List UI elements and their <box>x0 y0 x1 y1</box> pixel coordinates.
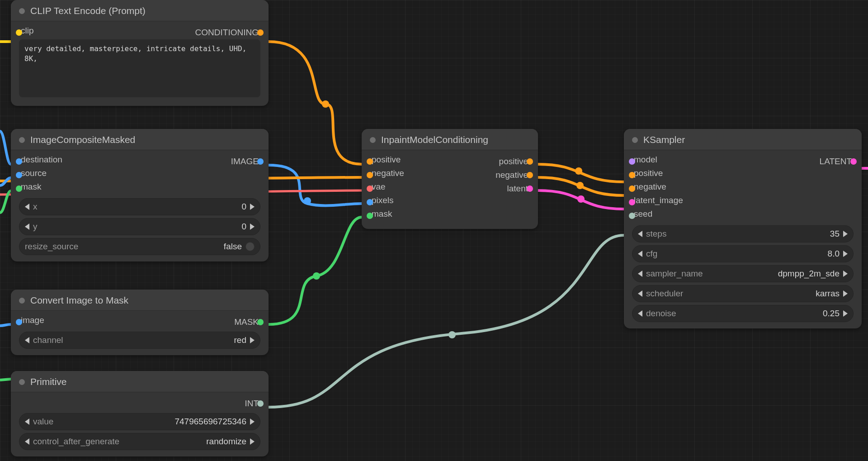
node-title: Primitive <box>30 376 67 387</box>
widget-steps[interactable]: steps 35 <box>632 225 854 242</box>
slot-label: positive <box>634 168 663 178</box>
port-out-int[interactable] <box>257 400 264 407</box>
port-in-latent-image[interactable] <box>629 199 635 205</box>
port-out-latent[interactable] <box>527 185 533 192</box>
slot-label-conditioning: CONDITIONING <box>195 28 259 38</box>
slot-label: negative <box>495 170 528 180</box>
increment-icon[interactable] <box>250 223 255 230</box>
slot-label: positive <box>499 157 528 166</box>
node-titlebar[interactable]: KSampler <box>624 129 862 150</box>
node-title: KSampler <box>643 134 685 145</box>
port-in-positive[interactable] <box>629 172 635 178</box>
widget-channel[interactable]: channel red <box>19 332 260 349</box>
node-primitive[interactable]: Primitive INT value 747965696725346 cont… <box>11 371 269 456</box>
slot-label: mask <box>372 209 392 219</box>
slot-label: seed <box>634 209 652 219</box>
increment-icon[interactable] <box>843 231 848 237</box>
port-out-conditioning[interactable] <box>257 29 264 36</box>
slot-label: latent <box>507 184 528 194</box>
port-in-source[interactable] <box>16 172 22 178</box>
slot-label: pixels <box>372 195 394 205</box>
increment-icon[interactable] <box>250 204 255 210</box>
widget-scheduler[interactable]: scheduler karras <box>632 285 854 302</box>
collapse-dot-icon[interactable] <box>19 379 25 385</box>
decrement-icon[interactable] <box>25 438 29 445</box>
node-titlebar[interactable]: ImageCompositeMasked <box>11 129 269 150</box>
slot-label: mask <box>21 182 41 191</box>
node-convert-image-to-mask[interactable]: Convert Image to Mask image MASK channel… <box>11 290 269 355</box>
collapse-dot-icon[interactable] <box>19 137 25 143</box>
increment-icon[interactable] <box>250 418 255 425</box>
slot-label: image <box>21 315 44 325</box>
decrement-icon[interactable] <box>638 231 642 237</box>
decrement-icon[interactable] <box>25 418 29 425</box>
slot-label-image: IMAGE <box>231 157 259 166</box>
widget-resize-source[interactable]: resize_source false <box>19 238 260 255</box>
decrement-icon[interactable] <box>638 271 642 277</box>
node-ksampler[interactable]: KSampler model LATENT positive negative … <box>624 129 862 328</box>
node-titlebar[interactable]: Primitive <box>11 371 269 392</box>
increment-icon[interactable] <box>843 310 848 317</box>
node-title: CLIP Text Encode (Prompt) <box>30 5 146 16</box>
node-clip-text-encode[interactable]: CLIP Text Encode (Prompt) clip CONDITION… <box>11 0 269 106</box>
port-in-model[interactable] <box>629 158 635 165</box>
increment-icon[interactable] <box>843 251 848 257</box>
slot-label: negative <box>372 168 404 178</box>
widget-x[interactable]: x 0 <box>19 198 260 215</box>
port-in-negative[interactable] <box>629 185 635 192</box>
port-in-image[interactable] <box>16 319 22 325</box>
slot-label: latent_image <box>634 195 683 205</box>
increment-icon[interactable] <box>843 271 848 277</box>
node-title: ImageCompositeMasked <box>30 134 135 145</box>
decrement-icon[interactable] <box>638 290 642 297</box>
widget-denoise[interactable]: denoise 0.25 <box>632 305 854 322</box>
widget-y[interactable]: y 0 <box>19 218 260 235</box>
collapse-dot-icon[interactable] <box>19 298 25 304</box>
port-out-latent[interactable] <box>850 158 857 165</box>
node-title: Convert Image to Mask <box>30 295 128 306</box>
port-in-mask[interactable] <box>367 213 373 219</box>
port-in-clip[interactable] <box>16 29 22 36</box>
slot-label: negative <box>634 182 666 191</box>
port-in-seed[interactable] <box>629 213 635 219</box>
decrement-icon[interactable] <box>25 204 29 210</box>
decrement-icon[interactable] <box>638 251 642 257</box>
widget-sampler-name[interactable]: sampler_name dpmpp_2m_sde <box>632 265 854 282</box>
collapse-dot-icon[interactable] <box>370 137 376 143</box>
port-in-mask[interactable] <box>16 185 22 192</box>
toggle-icon[interactable] <box>245 242 255 251</box>
port-in-positive[interactable] <box>367 158 373 165</box>
slot-label: destination <box>21 155 62 164</box>
port-out-image[interactable] <box>257 158 264 165</box>
decrement-icon[interactable] <box>638 310 642 317</box>
slot-label-clip: clip <box>21 26 34 35</box>
widget-control-after-generate[interactable]: control_after_generate randomize <box>19 433 260 450</box>
widget-value[interactable]: value 747965696725346 <box>19 413 260 430</box>
port-out-positive[interactable] <box>527 158 533 165</box>
decrement-icon[interactable] <box>25 337 29 343</box>
collapse-dot-icon[interactable] <box>19 8 25 14</box>
port-in-vae[interactable] <box>367 185 373 192</box>
node-inpaint-model-conditioning[interactable]: InpaintModelConditioning positive positi… <box>362 129 538 229</box>
increment-icon[interactable] <box>250 438 255 445</box>
node-titlebar[interactable]: Convert Image to Mask <box>11 290 269 311</box>
prompt-textarea[interactable] <box>19 39 260 97</box>
collapse-dot-icon[interactable] <box>632 137 638 143</box>
port-in-pixels[interactable] <box>367 199 373 205</box>
node-image-composite-masked[interactable]: ImageCompositeMasked destination IMAGE s… <box>11 129 269 261</box>
node-titlebar[interactable]: InpaintModelConditioning <box>362 129 538 150</box>
decrement-icon[interactable] <box>25 223 29 230</box>
slot-label: model <box>634 155 657 164</box>
slot-label-latent: LATENT <box>820 157 852 166</box>
port-in-negative[interactable] <box>367 172 373 178</box>
increment-icon[interactable] <box>843 290 848 297</box>
port-out-negative[interactable] <box>527 172 533 178</box>
node-graph-canvas[interactable]: CLIP Text Encode (Prompt) clip CONDITION… <box>0 0 868 461</box>
widget-cfg[interactable]: cfg 8.0 <box>632 245 854 262</box>
slot-label-int: INT <box>245 399 259 409</box>
port-out-mask[interactable] <box>257 319 264 325</box>
slot-label: vae <box>372 182 386 191</box>
port-in-destination[interactable] <box>16 158 22 165</box>
increment-icon[interactable] <box>250 337 255 343</box>
node-titlebar[interactable]: CLIP Text Encode (Prompt) <box>11 0 269 21</box>
